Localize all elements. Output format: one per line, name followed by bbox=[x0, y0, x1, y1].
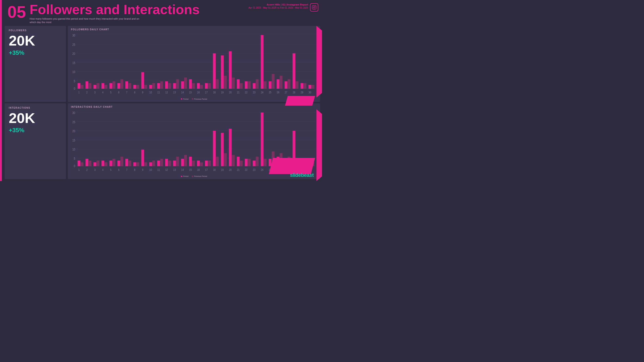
legend-period: Period bbox=[181, 98, 188, 100]
interactions-value: 20K bbox=[9, 111, 62, 125]
svg-text:21: 21 bbox=[237, 91, 240, 94]
svg-rect-59 bbox=[245, 81, 248, 89]
svg-rect-23 bbox=[102, 83, 104, 89]
svg-rect-66 bbox=[272, 74, 274, 89]
svg-rect-71 bbox=[292, 53, 296, 89]
svg-text:2: 2 bbox=[86, 168, 88, 171]
svg-text:3: 3 bbox=[94, 168, 96, 171]
svg-rect-133 bbox=[126, 159, 128, 166]
followers-chart-legend: Period Previous Period bbox=[71, 98, 317, 100]
svg-text:4: 4 bbox=[102, 91, 104, 94]
svg-text:20: 20 bbox=[72, 129, 75, 133]
svg-text:14: 14 bbox=[181, 168, 184, 171]
svg-rect-156 bbox=[216, 157, 219, 166]
svg-rect-138 bbox=[144, 162, 147, 166]
page-number: 05 bbox=[8, 4, 26, 20]
svg-rect-169 bbox=[268, 159, 271, 166]
svg-rect-168 bbox=[264, 159, 266, 166]
interactions-stat-panel: INTERACTIONS 20K +35% bbox=[5, 103, 66, 179]
svg-text:15: 15 bbox=[189, 168, 192, 171]
svg-rect-155 bbox=[213, 131, 216, 166]
svg-point-1 bbox=[314, 7, 315, 8]
svg-rect-70 bbox=[288, 79, 290, 89]
report-info: Acorn Hills | IG | Instagram Report Apr … bbox=[248, 3, 308, 9]
svg-rect-49 bbox=[205, 83, 208, 89]
header-title-block: Followers and Interactions How many foll… bbox=[30, 3, 200, 24]
page: FOLLOWERS DAILY CHART 05 Followers and I… bbox=[0, 0, 322, 181]
interactions-legend-previous-period: Previous Period bbox=[192, 175, 207, 177]
svg-rect-54 bbox=[224, 76, 227, 89]
svg-text:17: 17 bbox=[205, 168, 208, 171]
svg-text:18: 18 bbox=[213, 168, 216, 171]
svg-text:5: 5 bbox=[74, 157, 75, 160]
svg-rect-40 bbox=[168, 83, 171, 89]
interactions-legend-period: Period bbox=[181, 175, 188, 177]
svg-text:16: 16 bbox=[197, 168, 200, 171]
svg-rect-32 bbox=[136, 85, 139, 89]
svg-rect-139 bbox=[149, 162, 152, 166]
svg-text:15: 15 bbox=[72, 138, 75, 142]
followers-chart-svg: 30 25 20 15 10 5 0 bbox=[71, 32, 317, 97]
svg-rect-26 bbox=[112, 81, 115, 89]
svg-rect-135 bbox=[133, 162, 136, 166]
svg-text:16: 16 bbox=[197, 91, 200, 94]
svg-rect-52 bbox=[216, 79, 219, 89]
interactions-legend-previous-dot bbox=[192, 176, 193, 177]
svg-rect-145 bbox=[173, 160, 176, 166]
svg-rect-164 bbox=[248, 159, 250, 166]
svg-rect-50 bbox=[208, 83, 211, 89]
interactions-change: +35% bbox=[9, 127, 62, 134]
svg-text:1: 1 bbox=[78, 91, 80, 94]
svg-rect-62 bbox=[256, 79, 258, 89]
slidebeast-logo: slidebeast bbox=[290, 172, 314, 178]
sidebar-label-container: FOLLOWERS DAILY CHART bbox=[0, 0, 5, 181]
svg-text:3: 3 bbox=[94, 91, 96, 94]
followers-chart-panel: FOLLOWERS DAILY CHART 30 25 20 15 10 5 0 bbox=[68, 26, 320, 102]
svg-text:11: 11 bbox=[157, 91, 160, 94]
right-accent-top bbox=[316, 26, 322, 97]
svg-rect-129 bbox=[110, 160, 112, 166]
report-name: Acorn Hills | IG | Instagram Report bbox=[267, 3, 308, 6]
svg-text:12: 12 bbox=[165, 168, 168, 171]
svg-rect-30 bbox=[128, 83, 131, 89]
svg-rect-144 bbox=[168, 160, 171, 166]
svg-rect-36 bbox=[152, 83, 155, 89]
svg-rect-141 bbox=[157, 160, 160, 166]
svg-rect-46 bbox=[192, 83, 195, 89]
svg-rect-165 bbox=[253, 160, 256, 166]
svg-text:7: 7 bbox=[126, 168, 128, 171]
svg-rect-122 bbox=[81, 162, 84, 166]
svg-rect-25 bbox=[110, 83, 112, 89]
svg-rect-55 bbox=[229, 51, 232, 89]
svg-text:30: 30 bbox=[72, 34, 75, 37]
svg-rect-44 bbox=[184, 77, 187, 88]
svg-rect-124 bbox=[88, 160, 91, 166]
svg-rect-166 bbox=[256, 157, 258, 166]
svg-rect-160 bbox=[232, 155, 235, 166]
svg-rect-51 bbox=[213, 53, 216, 89]
svg-rect-65 bbox=[268, 81, 271, 89]
svg-text:8: 8 bbox=[134, 91, 136, 94]
svg-text:1: 1 bbox=[78, 168, 80, 171]
svg-text:5: 5 bbox=[110, 168, 112, 171]
svg-text:4: 4 bbox=[102, 168, 104, 171]
svg-rect-134 bbox=[128, 160, 131, 166]
svg-rect-151 bbox=[197, 160, 200, 166]
svg-text:10: 10 bbox=[150, 168, 152, 171]
page-title: Followers and Interactions bbox=[30, 3, 200, 16]
svg-text:28: 28 bbox=[292, 91, 295, 94]
parallelogram-top bbox=[285, 96, 315, 106]
svg-text:19: 19 bbox=[221, 91, 224, 94]
svg-text:20: 20 bbox=[229, 168, 232, 171]
svg-text:9: 9 bbox=[142, 91, 144, 94]
top-right-info: Acorn Hills | IG | Instagram Report Apr … bbox=[248, 3, 318, 11]
svg-rect-152 bbox=[200, 162, 203, 166]
svg-rect-53 bbox=[221, 55, 224, 89]
svg-text:5: 5 bbox=[74, 79, 75, 83]
svg-text:18: 18 bbox=[213, 91, 216, 94]
instagram-icon bbox=[310, 3, 318, 11]
legend-previous-period-dot bbox=[192, 98, 193, 100]
svg-rect-130 bbox=[112, 159, 115, 166]
svg-text:0: 0 bbox=[74, 164, 75, 168]
report-date-range: Apr 01 2025 - May 01 2025 vs Feb 01 2025… bbox=[248, 6, 308, 9]
